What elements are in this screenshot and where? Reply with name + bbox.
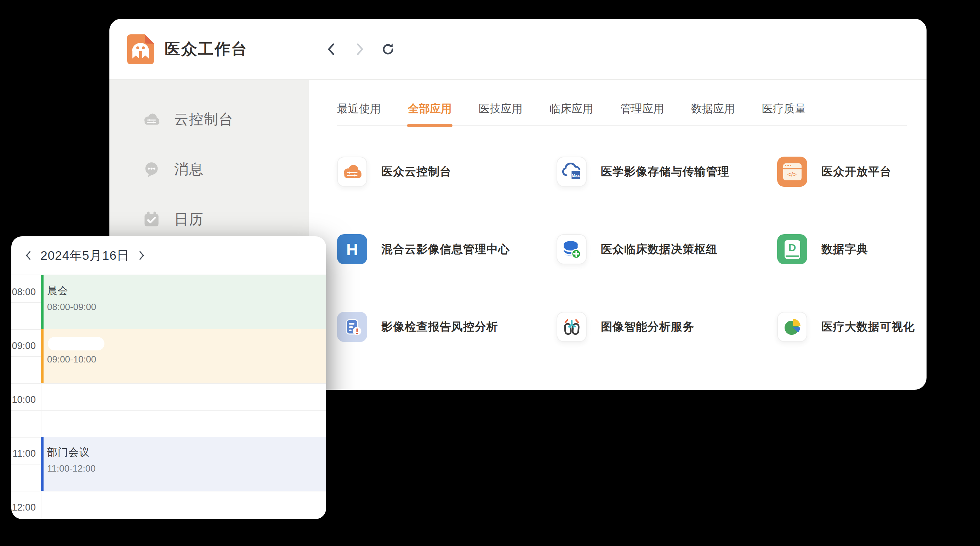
lungs-analysis-icon: [562, 317, 582, 337]
app-item-cloud-console[interactable]: 医众云控制台: [337, 156, 557, 187]
sidebar-item-cloud-console[interactable]: 云控制台: [110, 94, 309, 144]
app-item-data-dictionary[interactable]: D 数据字典: [777, 234, 915, 264]
tab-recent[interactable]: 最近使用: [337, 101, 381, 125]
nav-group: [323, 41, 396, 57]
app-item-report-risk[interactable]: 影像检查报告风控分析: [337, 312, 557, 342]
sidebar-item-messages[interactable]: 消息: [110, 144, 309, 194]
app-item-clinical-data-hub[interactable]: 医众临床数据决策枢纽: [557, 234, 777, 264]
time-label: 10:00: [11, 394, 36, 406]
tab-medtech-apps[interactable]: 医技应用: [479, 101, 523, 125]
sidebar-item-label: 云控制台: [174, 110, 234, 129]
back-button[interactable]: [323, 41, 339, 57]
app-label: 数据字典: [821, 242, 868, 257]
chevron-right-icon: [136, 249, 146, 262]
app-item-open-platform[interactable]: </> 医众开放平台: [777, 156, 915, 187]
event-title: 晨会: [47, 284, 326, 298]
grid-line: [11, 410, 326, 411]
app-item-image-ai-analysis[interactable]: 图像智能分析服务: [557, 312, 777, 342]
calendar-icon: [143, 211, 160, 228]
report-risk-icon: [342, 317, 362, 337]
app-label: 医学影像存储与传输管理: [601, 164, 729, 180]
calendar-next-day-button[interactable]: [133, 247, 150, 263]
app-item-image-storage[interactable]: Mas 医学影像存储与传输管理: [557, 156, 777, 187]
calendar-date-label: 2024年5月16日: [37, 247, 133, 264]
forward-button[interactable]: [352, 41, 368, 57]
app-label: 医众云控制台: [381, 164, 452, 180]
tab-all-apps[interactable]: 全部应用: [408, 101, 452, 125]
sidebar-item-label: 日历: [174, 209, 204, 229]
calendar-panel: 2024年5月16日 08:00 09:00 10:00 11:00 12:00…: [11, 236, 326, 519]
message-icon: [143, 161, 160, 178]
cloud-settings-icon: [143, 111, 160, 128]
event-time: 08:00-09:00: [47, 302, 326, 313]
window-header: 医众工作台: [110, 19, 926, 80]
hybrid-cloud-icon: H: [337, 234, 367, 264]
pie-chart-icon: [783, 317, 802, 337]
redacted-event-title: [48, 337, 105, 350]
grid-line: [11, 383, 326, 384]
app-label: 医众开放平台: [821, 164, 891, 180]
calendar-prev-day-button[interactable]: [21, 247, 37, 263]
chevron-right-icon: [354, 42, 366, 56]
app-label: 医疗大数据可视化: [821, 319, 915, 335]
app-label: 图像智能分析服务: [601, 319, 694, 335]
app-item-bigdata-visualization[interactable]: 医疗大数据可视化: [777, 312, 915, 342]
refresh-button[interactable]: [380, 41, 396, 57]
cloud-console-icon: [342, 164, 362, 180]
tab-clinical-apps[interactable]: 临床应用: [549, 101, 593, 125]
tab-management-apps[interactable]: 管理应用: [620, 101, 664, 125]
app-label: 影像检查报告风控分析: [381, 319, 498, 335]
app-item-hybrid-cloud-center[interactable]: H 混合云影像信息管理中心: [337, 234, 557, 264]
sidebar-item-label: 消息: [174, 160, 204, 179]
tab-medical-quality[interactable]: 医疗质量: [762, 101, 806, 125]
calendar-event-department-meeting[interactable]: 部门会议 11:00-12:00: [41, 437, 326, 491]
time-label: 12:00: [11, 502, 36, 513]
event-title: 部门会议: [47, 445, 326, 460]
data-dictionary-icon: D: [777, 234, 807, 264]
calendar-event-morning-meeting[interactable]: 晨会 08:00-09:00: [41, 275, 326, 329]
svg-text:Mas: Mas: [571, 172, 579, 177]
cloud-storage-icon: Mas: [562, 162, 582, 181]
tab-bar: 最近使用 全部应用 医技应用 临床应用 管理应用 数据应用 医疗质量: [337, 80, 907, 126]
grid-line: [11, 491, 326, 492]
event-time: 09:00-10:00: [47, 354, 326, 365]
time-label: 08:00: [11, 287, 36, 298]
content-area: 最近使用 全部应用 医技应用 临床应用 管理应用 数据应用 医疗质量: [309, 80, 926, 389]
event-time: 11:00-12:00: [47, 463, 326, 474]
calendar-event-redacted[interactable]: 09:00-10:00: [41, 329, 326, 383]
clinical-database-icon: [562, 239, 582, 259]
app-logo-icon: [127, 34, 154, 64]
app-grid: 医众云控制台 Mas 医学影像存储与传输管理: [337, 156, 907, 342]
window-title: 医众工作台: [165, 38, 249, 59]
time-label: 11:00: [11, 448, 36, 459]
time-label: 09:00: [11, 340, 36, 351]
chevron-left-icon: [24, 249, 33, 262]
open-platform-icon: </>: [777, 156, 807, 187]
refresh-icon: [380, 42, 396, 57]
chevron-left-icon: [325, 42, 337, 56]
calendar-body: 08:00 09:00 10:00 11:00 12:00 晨会 08:00-0…: [11, 275, 326, 518]
calendar-header: 2024年5月16日: [11, 236, 326, 275]
tab-data-apps[interactable]: 数据应用: [691, 101, 735, 125]
app-label: 医众临床数据决策枢纽: [601, 242, 718, 257]
app-label: 混合云影像信息管理中心: [381, 242, 510, 257]
